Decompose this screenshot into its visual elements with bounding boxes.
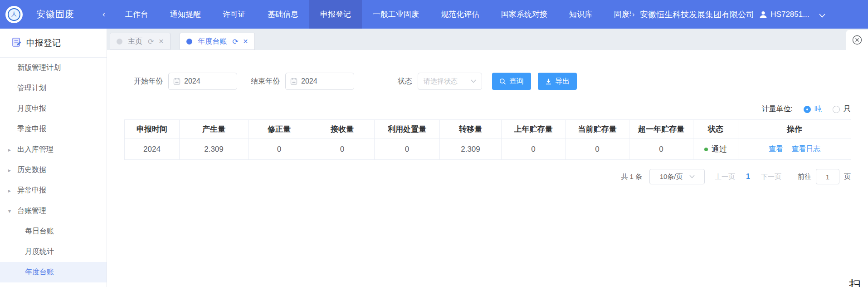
cell-transferred: 2.309 <box>440 139 502 160</box>
collapsed-arrow-icon[interactable]: ▸ <box>8 188 11 194</box>
radio-ton[interactable] <box>804 106 811 113</box>
end-year-label: 结束年份 <box>251 77 280 86</box>
chevron-down-icon <box>689 175 695 178</box>
status-select[interactable]: 请选择状态 <box>418 73 482 90</box>
status-placeholder: 请选择状态 <box>424 77 458 86</box>
col-declare-time: 申报时间 <box>125 120 180 139</box>
sidebar-item-abnormal-declaration[interactable]: ▸异常申报 <box>0 180 107 201</box>
goto-unit-label: 页 <box>844 173 851 181</box>
nav-item-workbench[interactable]: 工作台 <box>114 0 159 29</box>
col-last-year-stored: 上年贮存量 <box>502 120 566 139</box>
search-button[interactable]: 查询 <box>492 73 531 90</box>
nav-item-national-system[interactable]: 国家系统对接 <box>490 0 558 29</box>
nav-item-basic-info[interactable]: 基础信息 <box>257 0 309 29</box>
sidebar: 申报登记 新版管理计划 管理计划 月度申报 季度申报 ▸出入库管理 ▸历史数据 … <box>0 29 107 287</box>
sidebar-item-ledger-management[interactable]: ▾台账管理 <box>0 201 107 221</box>
sidebar-item-quarterly-declaration[interactable]: 季度申报 <box>0 119 107 139</box>
nav-item-notifications[interactable]: 通知提醒 <box>159 0 212 29</box>
tab-close-icon[interactable]: ✕ <box>243 38 249 45</box>
tab-annual-ledger[interactable]: 年度台账 ⟳ ✕ <box>180 33 255 50</box>
tab-refresh-icon[interactable]: ⟳ <box>148 37 154 46</box>
goto-page-input[interactable] <box>816 169 839 184</box>
end-year-input[interactable] <box>301 77 349 85</box>
sidebar-header: 申报登记 <box>0 29 107 58</box>
page-number-1[interactable]: 1 <box>746 173 750 181</box>
collapsed-arrow-icon[interactable]: ▸ <box>8 147 11 153</box>
sidebar-item-daily-ledger[interactable]: 每日台账 <box>0 221 107 242</box>
col-received: 接收量 <box>310 120 375 139</box>
cell-status: 通过 <box>693 139 738 160</box>
tab-close-icon[interactable]: ✕ <box>158 38 164 45</box>
nav-collapse-icon[interactable]: ‹ <box>102 10 105 19</box>
view-link[interactable]: 查看 <box>769 145 783 153</box>
export-button[interactable]: 导出 <box>538 73 577 90</box>
search-icon <box>499 78 506 85</box>
sidebar-item-management-plan[interactable]: 管理计划 <box>0 78 107 99</box>
col-actions: 操作 <box>738 120 851 139</box>
sidebar-item-monthly-declaration[interactable]: 月度申报 <box>0 99 107 119</box>
radio-ton-label[interactable]: 吨 <box>814 104 822 114</box>
app-title: 安徽固废 <box>36 8 74 20</box>
annual-ledger-table: 申报时间 产生量 修正量 接收量 利用处置量 转移量 上年贮存量 当前贮存量 超… <box>124 119 851 160</box>
download-icon <box>545 78 552 85</box>
username[interactable]: HS72851... <box>770 10 809 19</box>
radio-piece[interactable] <box>833 106 840 113</box>
sidebar-item-annual-ledger[interactable]: 年度台账 <box>0 262 107 282</box>
tab-status-dot <box>186 39 192 45</box>
chevron-down-icon <box>471 79 476 83</box>
company-name: 安徽恒生科技发展集团有限公司 <box>640 9 754 20</box>
top-navbar: 人 安徽固废 ‹ 工作台 通知提醒 许可证 基础信息 申报登记 一般工业固废 规… <box>0 0 868 29</box>
status-badge: 通过 <box>712 144 727 154</box>
collapsed-arrow-icon[interactable]: ▸ <box>8 167 11 173</box>
cell-actions: 查看 查看日志 <box>738 139 851 160</box>
user-menu-chevron-down-icon[interactable] <box>819 11 825 20</box>
sidebar-item-new-management-plan[interactable]: 新版管理计划 <box>0 58 107 78</box>
col-generated: 产生量 <box>180 120 249 139</box>
tab-label: 年度台账 <box>198 37 227 46</box>
start-year-field[interactable] <box>168 73 237 90</box>
start-year-input[interactable] <box>184 77 232 85</box>
total-count: 共 1 条 <box>621 173 642 181</box>
goto-label: 前往 <box>798 173 811 181</box>
prev-page-button[interactable]: 上一页 <box>715 173 735 181</box>
unit-toggle: 计量单位: 吨 只 <box>124 104 851 114</box>
sidebar-title: 申报登记 <box>26 37 61 49</box>
sidebar-item-inout-storage[interactable]: ▸出入库管理 <box>0 139 107 160</box>
close-all-tabs-button[interactable] <box>846 30 868 50</box>
start-year-label: 开始年份 <box>134 77 163 86</box>
pagination: 共 1 条 10条/页 上一页 1 下一页 前往 页 <box>124 169 851 184</box>
end-year-field[interactable] <box>285 73 354 90</box>
col-status: 状态 <box>693 120 738 139</box>
tab-home[interactable]: 主页 ⟳ ✕ <box>110 33 171 50</box>
nav-overflow-arrow-icon[interactable]: › <box>632 10 634 19</box>
cell-corrected: 0 <box>249 139 310 160</box>
nav-menu: 工作台 通知提醒 许可证 基础信息 申报登记 一般工业固废 规范化评估 国家系统… <box>114 0 631 29</box>
tab-bar: 主页 ⟳ ✕ 年度台账 ⟳ ✕ <box>107 29 868 50</box>
next-page-button[interactable]: 下一页 <box>761 173 781 181</box>
calendar-icon <box>290 78 297 85</box>
circled-close-icon <box>851 34 863 46</box>
sidebar-item-monthly-stats[interactable]: 月度统计 <box>0 242 107 262</box>
cell-over-one-year-stored: 0 <box>629 139 693 160</box>
cell-received: 0 <box>310 139 375 160</box>
calendar-icon <box>173 78 180 85</box>
unit-label: 计量单位: <box>762 104 793 114</box>
tab-refresh-icon[interactable]: ⟳ <box>232 37 238 46</box>
page-size-select[interactable]: 10条/页 <box>649 169 705 184</box>
cell-utilized-disposed: 0 <box>375 139 440 160</box>
sidebar-item-history-data[interactable]: ▸历史数据 <box>0 160 107 180</box>
nav-item-declaration[interactable]: 申报登记 <box>309 0 362 29</box>
radio-piece-label[interactable]: 只 <box>844 104 851 114</box>
nav-item-standard-evaluation[interactable]: 规范化评估 <box>430 0 490 29</box>
nav-item-license[interactable]: 许可证 <box>212 0 257 29</box>
tab-label: 主页 <box>128 37 142 46</box>
cell-current-stored: 0 <box>566 139 629 160</box>
table-row: 2024 2.309 0 0 0 2.309 0 0 0 通过 查看 查看日志 <box>125 139 851 160</box>
expanded-arrow-icon[interactable]: ▾ <box>8 208 11 214</box>
nav-item-knowledge-base[interactable]: 知识库 <box>558 0 603 29</box>
declaration-doc-icon <box>12 37 22 49</box>
nav-item-waste-transfer[interactable]: 固废转 <box>603 0 631 29</box>
nav-item-general-industrial-waste[interactable]: 一般工业固废 <box>362 0 430 29</box>
view-log-link[interactable]: 查看日志 <box>791 145 820 153</box>
overflow-artifact-text: 扫 <box>849 277 861 287</box>
